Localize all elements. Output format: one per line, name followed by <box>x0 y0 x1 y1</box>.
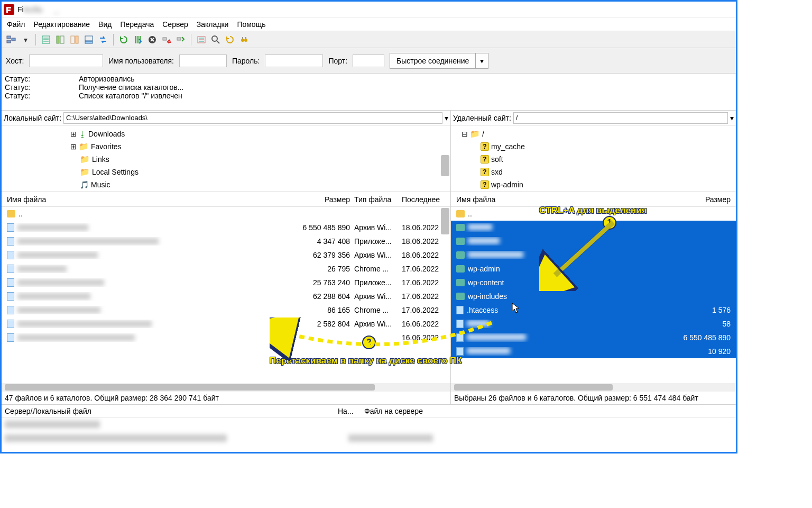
compare-icon[interactable] <box>209 33 222 46</box>
svg-point-24 <box>244 39 247 42</box>
list-item[interactable]: 6 550 485 890Архив Wi...18.06.2022 <box>2 221 450 234</box>
search-icon[interactable] <box>238 33 251 46</box>
list-item[interactable]: 62 379 356Архив Wi...18.06.2022 <box>2 248 450 262</box>
col-date[interactable]: Последнее <box>400 195 447 204</box>
list-item[interactable]: 6 550 485 890 <box>451 331 736 344</box>
queue-col-remote[interactable]: Файл на сервере <box>364 407 423 415</box>
user-label: Имя пользователя: <box>108 57 174 65</box>
toggle-tree-icon[interactable] <box>54 33 67 46</box>
list-item[interactable]: .htaccess1 576 <box>451 303 736 317</box>
queue-col-local[interactable]: Сервер/Локальный файл <box>5 407 338 415</box>
pass-input[interactable] <box>265 55 323 67</box>
svg-rect-15 <box>163 38 167 40</box>
svg-line-22 <box>217 41 219 43</box>
reconnect-icon[interactable] <box>174 33 187 46</box>
col-name[interactable]: Имя файла <box>5 195 283 204</box>
list-item[interactable]: 62 288 604Архив Wi...17.06.2022 <box>2 289 450 303</box>
h-scrollbar[interactable] <box>454 384 613 391</box>
port-label: Порт: <box>328 57 347 65</box>
list-item[interactable] <box>451 234 736 248</box>
sync-browse-icon[interactable] <box>97 33 109 46</box>
col-type[interactable]: Тип файла <box>352 195 400 204</box>
annotation-badge-1: 1 <box>603 216 616 230</box>
remote-tree[interactable]: ⊟📁/ ?my_cache ?soft ?sxd ?wp-admin <box>451 125 736 192</box>
svg-rect-12 <box>85 36 93 41</box>
quickconnect-bar: Хост: Имя пользователя: Пароль: Порт: Бы… <box>2 48 736 74</box>
list-item[interactable]: 2 582 804Архив Wi...16.06.2022 <box>2 317 450 331</box>
menu-file[interactable]: Файл <box>7 20 25 29</box>
cancel-icon[interactable] <box>146 33 159 46</box>
host-label: Хост: <box>6 57 24 65</box>
titlebar: Filezilla _ <box>2 2 736 17</box>
svg-rect-10 <box>71 36 75 43</box>
local-pane: Локальный сайт: ▾ ⊞⭳Downloads ⊞📁Favorite… <box>2 111 451 392</box>
app-window: Filezilla _ Файл Редактирование Вид Пере… <box>0 0 737 453</box>
svg-rect-2 <box>7 40 11 43</box>
refresh-icon[interactable] <box>117 33 130 46</box>
remote-file-list[interactable]: Имя файла Размер .. wp-adminwp-contentwp… <box>451 192 736 392</box>
list-item[interactable] <box>451 248 736 262</box>
filter-icon[interactable] <box>195 33 208 46</box>
menu-help[interactable]: Помощь <box>237 20 265 29</box>
remote-path-input[interactable] <box>513 112 728 124</box>
toggle-queue-icon[interactable] <box>82 33 95 46</box>
host-input[interactable] <box>29 55 103 67</box>
annotation-badge-2: 2 <box>362 335 376 349</box>
dropdown-icon[interactable]: ▾ <box>19 33 32 46</box>
menu-bookmarks[interactable]: Закладки <box>197 20 229 29</box>
dropdown-icon[interactable]: ▾ <box>445 114 448 122</box>
list-item[interactable]: 10 920 <box>451 344 736 358</box>
list-item[interactable]: wp-admin <box>451 262 736 276</box>
dropdown-icon[interactable]: ▾ <box>730 114 734 122</box>
list-item[interactable]: 58 <box>451 317 736 331</box>
site-manager-icon[interactable] <box>5 33 17 46</box>
list-item[interactable]: wp-content <box>451 276 736 289</box>
port-input[interactable] <box>353 55 384 67</box>
parent-dir[interactable]: .. <box>451 207 736 221</box>
toggle-log-icon[interactable] <box>40 33 52 46</box>
menu-edit[interactable]: Редактирование <box>33 20 90 29</box>
list-item[interactable]: 86 165Chrome ...17.06.2022 <box>2 303 450 317</box>
parent-dir[interactable]: .. <box>2 207 450 221</box>
col-name[interactable]: Имя файла <box>454 195 669 204</box>
menubar: Файл Редактирование Вид Передача Сервер … <box>2 17 736 31</box>
scrollbar[interactable] <box>441 155 449 176</box>
svg-rect-11 <box>76 36 78 43</box>
local-summary: 47 файлов и 6 каталогов. Общий размер: 2… <box>2 392 451 404</box>
menu-transfer[interactable]: Передача <box>120 20 154 29</box>
list-item[interactable] <box>451 221 736 234</box>
toggle-remote-tree-icon[interactable] <box>68 33 81 46</box>
col-size[interactable]: Размер <box>669 195 733 204</box>
scrollbar[interactable] <box>441 208 449 234</box>
local-file-list[interactable]: Имя файла Размер Тип файла Последнее .. … <box>2 192 450 392</box>
col-size[interactable]: Размер <box>283 195 352 204</box>
h-scrollbar[interactable] <box>5 384 375 391</box>
local-site-label: Локальный сайт: <box>4 114 61 122</box>
local-tree[interactable]: ⊞⭳Downloads ⊞📁Favorites 📁Links 📁Local Se… <box>2 125 450 192</box>
quickconnect-button[interactable]: Быстрое соединение <box>390 53 476 69</box>
svg-rect-16 <box>177 38 181 40</box>
process-queue-icon[interactable] <box>132 33 144 46</box>
menu-server[interactable]: Сервер <box>162 20 188 29</box>
svg-rect-13 <box>85 41 93 43</box>
list-item[interactable]: 4 347 408Приложе...18.06.2022 <box>2 234 450 248</box>
svg-rect-3 <box>12 38 15 41</box>
menu-view[interactable]: Вид <box>98 20 112 29</box>
list-item[interactable]: 26 795Chrome ...17.06.2022 <box>2 262 450 276</box>
transfer-queue[interactable]: Сервер/Локальный файл На... Файл на серв… <box>2 404 736 452</box>
user-input[interactable] <box>179 55 227 67</box>
local-path-input[interactable] <box>63 112 442 124</box>
remote-site-label: Удаленный сайт: <box>453 114 511 122</box>
status-label: Статус: <box>5 75 73 83</box>
remote-pane: Удаленный сайт: ▾ ⊟📁/ ?my_cache ?soft ?s… <box>451 111 736 392</box>
disconnect-icon[interactable] <box>160 33 173 46</box>
list-item[interactable]: wp-includes <box>451 289 736 303</box>
list-item[interactable]: 16.06.2022 <box>2 331 450 344</box>
window-title: Filezilla _ <box>17 5 108 14</box>
queue-col-dir[interactable]: На... <box>338 407 364 415</box>
manage-filter-icon[interactable] <box>224 33 236 46</box>
list-item[interactable]: 25 763 240Приложе...17.06.2022 <box>2 276 450 289</box>
remote-summary: Выбраны 26 файлов и 6 каталогов. Общий р… <box>451 392 736 404</box>
quickconnect-dropdown[interactable]: ▾ <box>476 53 488 69</box>
status-log[interactable]: Статус:Авторизовались Статус:Получение с… <box>2 74 736 111</box>
